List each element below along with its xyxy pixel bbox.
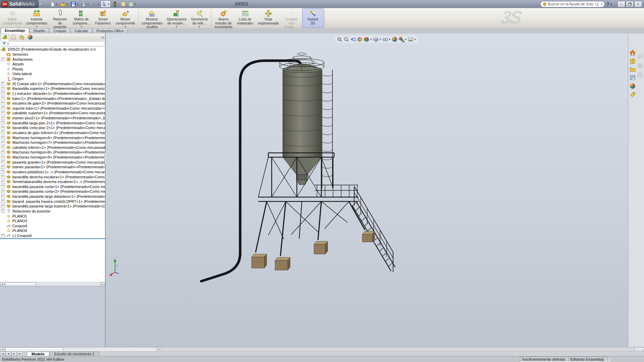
expand-toggle[interactable]: + xyxy=(1,145,5,149)
expand-toggle[interactable]: + xyxy=(1,156,5,159)
tree-item[interactable]: +barandilla larga piso 2<1> (Predetermin… xyxy=(0,120,105,125)
camera-view-button[interactable]: ▾ xyxy=(408,37,416,42)
featuremanager-tab[interactable] xyxy=(1,34,9,41)
minimize-button[interactable]: – xyxy=(618,1,625,7)
rollback-bar[interactable] xyxy=(0,238,105,239)
dropdown-arrow[interactable]: ▾ xyxy=(36,25,37,28)
expand-toggle[interactable]: + xyxy=(1,204,5,208)
expand-toggle[interactable]: + xyxy=(1,141,5,144)
tree-item[interactable]: +pasarela grande<1> (Predeterminado<Como… xyxy=(0,160,105,165)
panel-overflow-button[interactable]: » xyxy=(102,35,104,39)
expand-toggle[interactable]: + xyxy=(1,126,5,130)
configurationmanager-tab[interactable] xyxy=(17,34,26,41)
tree-filter-input[interactable]: ▾ xyxy=(1,41,104,46)
expand-toggle[interactable]: + xyxy=(1,150,5,154)
smart-fasteners-button[interactable]: Smart Fasteners xyxy=(92,8,114,28)
bill-of-materials-button[interactable]: Lista de materiales xyxy=(234,8,256,28)
apply-scene-button[interactable] xyxy=(392,37,397,42)
expand-toggle[interactable]: + xyxy=(1,185,5,188)
dropdown-arrow[interactable]: ▾ xyxy=(176,25,177,28)
tree-item[interactable]: +tubo<1> (Predeterminado<<Predeterminado… xyxy=(0,96,105,101)
tree-item[interactable]: +escalera de gato inferior<1> (Predeterm… xyxy=(0,130,105,135)
tree-item[interactable]: +Alzado xyxy=(0,62,105,67)
displaymanager-tab[interactable] xyxy=(26,34,34,41)
help-search-box[interactable]: ? Buscar en la Ayuda de SolidWorks ▾ xyxy=(540,1,605,7)
tree-item[interactable]: +PLANO1 xyxy=(0,214,105,219)
mate-button[interactable]: Relación de posición xyxy=(49,8,71,28)
tab-nav-button[interactable]: ◀ xyxy=(6,352,11,356)
tree-item[interactable]: +caballete superior<1> (Predeterminado<C… xyxy=(0,111,105,116)
component-pattern-button[interactable]: Matriz de compone...▾ xyxy=(71,8,92,28)
expand-toggle[interactable]: + xyxy=(1,175,5,179)
display-style-button[interactable]: ▾ xyxy=(373,37,381,42)
tree-item[interactable]: +barandilla pasarela larga delantera<1> … xyxy=(0,194,105,199)
zoom-fit-button[interactable] xyxy=(337,37,342,42)
zoom-area-button[interactable] xyxy=(343,37,349,42)
tree-item[interactable]: +(-) extractor vibrante<1> (Predetermina… xyxy=(0,91,105,96)
exploded-view-button[interactable]: Vista explosionada xyxy=(256,8,281,28)
tree-item[interactable]: +Machones hormigon<6> (Predeterminado<<P… xyxy=(0,135,105,140)
tree-item[interactable]: +barandilla derecha escalera<1> (Predete… xyxy=(0,174,105,179)
tab-productos-office[interactable]: Productos Office xyxy=(93,28,128,34)
tab-nav-button[interactable]: ▶ xyxy=(11,352,17,356)
tree-item[interactable]: +caballete inferior<1> (Predeterminado<C… xyxy=(0,145,105,150)
dropdown-arrow[interactable]: ▾ xyxy=(405,38,407,41)
tree-item[interactable]: +PLANO3 xyxy=(0,219,105,224)
tree-item[interactable]: +Origen xyxy=(0,76,105,81)
expand-toggle[interactable]: + xyxy=(1,102,5,105)
show-hidden-components-button[interactable]: Mostrar componentes ocultos xyxy=(140,8,165,28)
tree-item[interactable]: +Sensores xyxy=(0,52,105,57)
dropdown-arrow[interactable]: ▾ xyxy=(389,38,390,41)
file-explorer-tab[interactable] xyxy=(630,66,636,72)
resources-home-tab[interactable] xyxy=(630,50,636,56)
expand-toggle[interactable]: + xyxy=(1,199,5,203)
tree-item[interactable]: +(-) Croquis5 xyxy=(0,233,105,238)
expand-toggle[interactable]: + xyxy=(1,57,5,61)
view-palette-tab[interactable] xyxy=(630,75,636,81)
expand-toggle[interactable]: + xyxy=(1,111,5,115)
hide-show-items-button[interactable]: ▾ xyxy=(382,37,391,42)
reference-geometry-button[interactable]: Geometría de refe...▾ xyxy=(189,8,210,28)
expand-toggle[interactable]: + xyxy=(1,180,5,184)
custom-properties-tab[interactable] xyxy=(630,92,636,98)
tree-item[interactable]: +AAnotaciones xyxy=(0,57,105,62)
expand-toggle[interactable]: + xyxy=(1,116,5,120)
tree-item[interactable]: +Planta xyxy=(0,67,105,72)
tab-calcular[interactable]: Calcular xyxy=(70,28,92,34)
graphics-area[interactable]: z ▾▾▾▾▾ xyxy=(106,34,628,347)
tab-diseño[interactable]: Diseño xyxy=(30,28,49,34)
section-view-button[interactable] xyxy=(357,37,363,42)
assembly-model[interactable]: z xyxy=(106,34,628,347)
tree-item[interactable]: +barand. pasarela trasera cortaSLDPRT<1>… xyxy=(0,199,105,204)
dropdown-arrow[interactable]: ▾ xyxy=(199,25,200,28)
insert-components-button[interactable]: Insertar componentes▾ xyxy=(24,8,49,28)
tree-item[interactable]: +escalera de gato<2> (Predeterminado<Com… xyxy=(0,101,105,106)
dropdown-arrow[interactable]: ▾ xyxy=(370,38,372,41)
restore-button[interactable] xyxy=(626,1,634,7)
view-settings-button[interactable]: ▾ xyxy=(398,37,407,42)
tree-item[interactable]: +Simetríabarandilla derecha escalera<1> … xyxy=(0,179,105,184)
expand-toggle[interactable]: + xyxy=(1,92,5,95)
expand-toggle[interactable]: + xyxy=(1,106,5,110)
expand-toggle[interactable]: + xyxy=(1,170,5,174)
move-component-button[interactable]: Mover componente▾ xyxy=(114,8,137,28)
previous-view-button[interactable] xyxy=(350,37,356,42)
tree-item[interactable]: +soporte tubo<1> (Predeterminado<Como me… xyxy=(0,106,105,111)
view-orientation-button[interactable]: ▾ xyxy=(364,37,372,42)
search-dropdown-arrow[interactable]: ▾ xyxy=(601,3,602,6)
tree-item[interactable]: +barandilla corta piso 2<1> (Predetermin… xyxy=(0,125,105,130)
expand-toggle[interactable]: + xyxy=(1,190,5,193)
tree-item[interactable]: +escalera peldaños<1> -> (Predeterminado… xyxy=(0,170,105,175)
expand-toggle[interactable]: + xyxy=(1,165,5,169)
tree-item[interactable]: +tramex piso2<1> (Predeterminado<<Predet… xyxy=(0,116,105,121)
tree-item[interactable]: +barandilla pasarela corta<1> (Predeterm… xyxy=(0,184,105,189)
tree-item[interactable]: +barandilla pasarela corta<2> (Predeterm… xyxy=(0,189,105,194)
expand-toggle[interactable]: + xyxy=(1,209,5,213)
close-button[interactable]: × xyxy=(634,1,642,7)
tree-item[interactable]: +Barandilla superior<1> (Predeterminado<… xyxy=(0,86,105,91)
expand-toggle[interactable]: + xyxy=(1,131,5,134)
dropdown-arrow[interactable]: ▾ xyxy=(380,38,381,41)
tab-croquis[interactable]: Croquis xyxy=(49,28,70,34)
tree-item[interactable]: +Croquis4 xyxy=(0,224,105,229)
tree-item[interactable]: +Machones hormigon<9> (Predeterminado<<P… xyxy=(0,155,105,160)
